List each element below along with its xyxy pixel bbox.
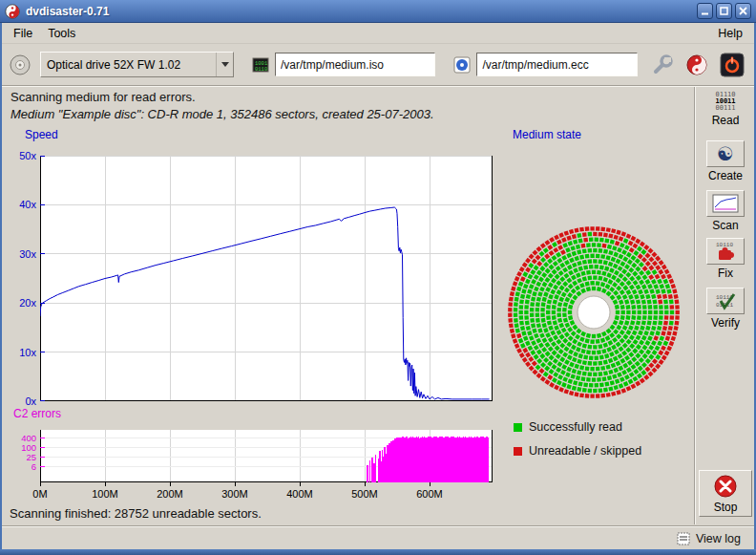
toolbar: Optical drive 52X FW 1.02 1001 0110 xyxy=(2,44,754,86)
verify-button-label: Verify xyxy=(711,316,740,330)
fix-button[interactable]: 10110 Fix xyxy=(699,236,752,280)
ecc-file-icon xyxy=(452,55,472,75)
yinyang-icon: ☯ xyxy=(706,140,745,167)
create-button-label: Create xyxy=(708,169,743,182)
legend-item-good: Successfully read xyxy=(514,420,622,434)
x-axis-tick-label: 0M xyxy=(19,488,61,500)
c2-error-chart xyxy=(40,430,493,482)
x-axis-tick-label: 500M xyxy=(344,488,386,500)
svg-text:0110: 0110 xyxy=(255,65,267,72)
speed-y-tick-label: 20x xyxy=(8,297,36,309)
verify-button[interactable]: 10110 01011 Verify xyxy=(699,286,752,330)
speed-y-tick-label: 40x xyxy=(8,199,36,210)
maximize-icon xyxy=(720,7,728,15)
status-line-2: Medium "Example disc": CD-R mode 1, 3524… xyxy=(10,106,684,123)
read-button-label: Read xyxy=(712,114,740,127)
bottom-bar: View log xyxy=(2,527,754,549)
dvdisaster-logo-icon xyxy=(685,53,708,76)
legend-swatch-bad xyxy=(514,447,522,456)
medium-state-disc xyxy=(506,224,682,400)
preferences-button[interactable] xyxy=(647,50,678,80)
verify-check-icon: 10110 01011 xyxy=(706,288,745,314)
binary-read-icon: 01110 10011 00111 xyxy=(715,92,735,112)
iso-file-input[interactable] xyxy=(275,53,436,76)
legend-label-good: Successfully read xyxy=(529,420,622,434)
sidebar-separator xyxy=(694,87,696,524)
ecc-file-input[interactable] xyxy=(476,53,638,76)
x-axis-tick-label: 200M xyxy=(149,488,191,500)
menu-help[interactable]: Help xyxy=(712,25,748,42)
main-area: Speed 50x 40x 30x 20x 10x 0x C2 errors 4… xyxy=(2,126,695,506)
puzzle-fix-icon: 10110 xyxy=(706,238,745,265)
legend-label-bad: Unreadable / skipped xyxy=(529,444,641,458)
drive-select[interactable]: Optical drive 52X FW 1.02 xyxy=(40,52,234,77)
combo-arrow-icon xyxy=(216,53,233,76)
menu-tools[interactable]: Tools xyxy=(42,25,81,42)
x-axis-tick-label: 400M xyxy=(279,488,321,500)
titlebar[interactable]: dvdisaster-0.71 xyxy=(0,0,756,23)
view-log-label: View log xyxy=(696,532,741,545)
wrench-icon xyxy=(651,53,674,76)
stop-icon xyxy=(713,474,738,499)
read-button[interactable]: 01110 10011 00111 Read xyxy=(699,90,752,127)
create-button[interactable]: ☯ Create xyxy=(699,139,752,182)
status-line-1: Scanning medium for read errors. xyxy=(10,89,684,106)
legend-swatch-good xyxy=(514,423,522,432)
speed-chart-title: Speed xyxy=(25,128,58,141)
sidebar: 01110 10011 00111 Read ☯ Create Scan xyxy=(697,88,754,524)
view-log-icon xyxy=(677,532,690,545)
quit-button[interactable] xyxy=(717,50,747,80)
x-axis-tick-label: 100M xyxy=(84,488,126,500)
window-frame-bottom xyxy=(0,549,756,555)
speed-chart xyxy=(40,156,493,401)
iso-file-icon: 1001 0110 xyxy=(251,55,270,75)
speed-y-tick-label: 50x xyxy=(8,150,36,161)
power-icon xyxy=(720,53,745,77)
medium-state-title: Medium state xyxy=(513,128,581,141)
x-axis-tick-label: 300M xyxy=(214,488,256,500)
info-area: Scanning medium for read errors. Medium … xyxy=(2,87,693,125)
stop-button[interactable]: Stop xyxy=(699,470,752,517)
legend-item-bad: Unreadable / skipped xyxy=(514,444,641,458)
speed-y-tick-label: 10x xyxy=(8,347,36,358)
scan-chart-icon xyxy=(706,190,745,217)
c2-chart-title: C2 errors xyxy=(13,407,61,420)
log-button[interactable] xyxy=(682,50,713,80)
scan-button[interactable]: Scan xyxy=(699,188,752,232)
menu-file[interactable]: File xyxy=(8,25,38,42)
x-axis-tick-label: 600M xyxy=(409,488,451,500)
app-window: dvdisaster-0.71 File Tools Help xyxy=(0,0,756,555)
drive-select-value: Optical drive 52X FW 1.02 xyxy=(41,58,216,72)
svg-text:10110: 10110 xyxy=(716,242,733,248)
scan-button-label: Scan xyxy=(712,219,738,232)
speed-y-tick-label: 30x xyxy=(8,248,36,260)
menubar: File Tools Help xyxy=(2,23,754,44)
speed-y-tick-label: 0x xyxy=(8,395,36,407)
close-icon xyxy=(739,7,747,15)
minimize-button[interactable] xyxy=(697,3,713,19)
window-title: dvdisaster-0.71 xyxy=(26,5,109,18)
app-icon xyxy=(5,4,20,19)
c2-y-tick-label: 6 xyxy=(8,461,36,472)
maximize-button[interactable] xyxy=(716,3,732,19)
drive-icon xyxy=(9,53,32,76)
stop-button-label: Stop xyxy=(714,501,738,514)
close-button[interactable] xyxy=(735,3,751,19)
fix-button-label: Fix xyxy=(718,267,733,280)
status-bar-text: Scanning finished: 28752 unreadable sect… xyxy=(10,506,262,521)
view-log-button[interactable]: View log xyxy=(671,530,746,547)
minimize-icon xyxy=(701,7,709,15)
